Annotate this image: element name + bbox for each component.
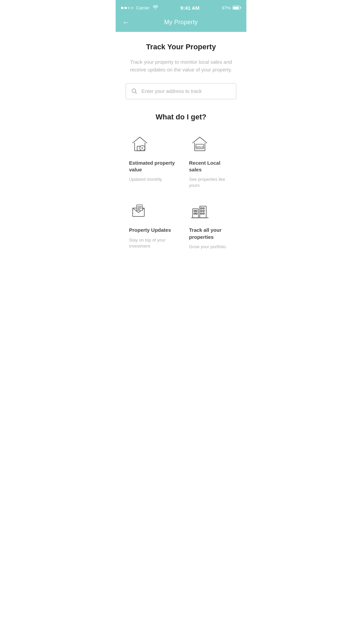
svg-text:$: $ (141, 146, 143, 150)
svg-rect-14 (194, 210, 195, 212)
svg-rect-19 (203, 208, 204, 209)
feature-property-updates: Property Updates Stay on top of your inv… (126, 201, 181, 262)
signal-dots (121, 7, 133, 9)
page-title: Track Your Property (126, 43, 236, 51)
svg-line-1 (135, 92, 137, 94)
main-content: Track Your Property Track your property … (116, 32, 246, 262)
features-section-title: What do I get? (126, 113, 236, 121)
battery-percentage: 97% (222, 5, 231, 10)
track-all-desc: Grow your portfolio (189, 244, 226, 250)
battery-icon (233, 6, 241, 10)
feature-local-sales: SOLD Recent Local sales See properties l… (181, 133, 236, 201)
svg-rect-22 (201, 213, 202, 214)
status-left: Carrier (121, 5, 158, 10)
back-button[interactable]: ← (122, 19, 130, 26)
address-search-box[interactable]: Enter your address to track (126, 83, 236, 99)
track-all-name: Track all your properties (189, 227, 231, 240)
house-sold-icon: SOLD (189, 133, 210, 155)
status-bar: Carrier 9:41 AM 97% (116, 0, 246, 15)
signal-dot-2 (124, 7, 127, 9)
local-sales-name: Recent Local sales (189, 160, 231, 173)
feature-estimated-value: $ Estimated property value Updated month… (126, 133, 181, 201)
svg-rect-20 (201, 210, 202, 212)
buildings-icon (189, 201, 210, 222)
svg-rect-8 (136, 205, 142, 211)
nav-title: My Property (164, 19, 198, 26)
page-subtitle: Track your property to monitor local sal… (126, 58, 236, 74)
house-dollar-icon: $ (129, 133, 150, 155)
svg-rect-21 (203, 210, 204, 212)
features-grid: $ Estimated property value Updated month… (126, 133, 236, 262)
property-updates-desc: Stay on top of your investment (129, 237, 176, 249)
svg-rect-12 (193, 209, 198, 218)
feature-track-all: Track all your properties Grow your port… (181, 201, 236, 262)
estimated-value-desc: Updated monthly (129, 176, 162, 182)
carrier-label: Carrier (136, 5, 149, 10)
signal-dot-4 (131, 7, 133, 9)
search-placeholder: Enter your address to track (141, 88, 202, 94)
property-updates-name: Property Updates (129, 227, 171, 233)
estimated-value-name: Estimated property value (129, 160, 176, 173)
svg-text:SOLD: SOLD (196, 145, 203, 148)
svg-point-0 (132, 89, 136, 93)
signal-dot-1 (121, 7, 123, 9)
svg-rect-15 (196, 210, 197, 212)
nav-header: ← My Property (116, 15, 246, 32)
envelope-icon (129, 201, 150, 222)
svg-rect-18 (201, 208, 202, 209)
local-sales-desc: See properties like yours (189, 176, 231, 189)
svg-rect-17 (196, 213, 197, 214)
svg-rect-23 (203, 213, 204, 214)
time-display: 9:41 AM (180, 5, 199, 11)
status-right: 97% (222, 5, 241, 10)
svg-rect-16 (194, 213, 195, 214)
signal-dot-3 (128, 7, 130, 9)
wifi-icon (153, 5, 158, 10)
search-icon (131, 88, 137, 94)
